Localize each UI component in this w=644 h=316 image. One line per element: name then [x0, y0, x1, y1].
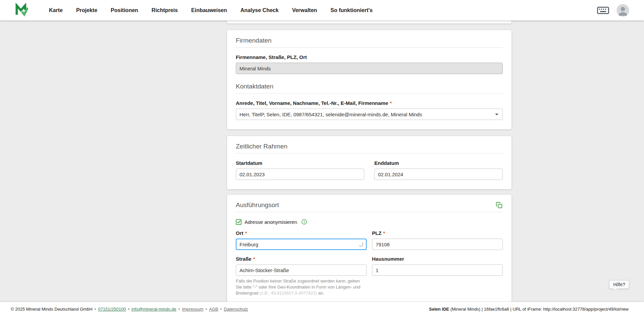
contact-field-label: Anrede, Titel, Vorname, Nachname, Tel.-N…: [236, 100, 503, 106]
nav-item-projekte[interactable]: Projekte: [71, 5, 103, 16]
keyboard-icon[interactable]: [597, 6, 609, 14]
separator: •: [95, 307, 96, 312]
divider: [236, 153, 503, 153]
separator: •: [128, 307, 129, 312]
ort-label-text: Ort: [236, 230, 244, 236]
timeframe-card: Zeitlicher Rahmen Startdatum Enddatum: [227, 136, 512, 189]
required-marker: *: [383, 230, 385, 236]
helper-example: (z.B.: 48.8115607,9.4077422): [260, 291, 317, 296]
ort-field: Ort*: [236, 230, 367, 250]
divider: [236, 93, 503, 93]
form-column: Firmendaten Firmenname, Straße, PLZ, Ort…: [227, 20, 512, 316]
nav-item-so-funktionierts[interactable]: So funktioniert's: [325, 5, 378, 16]
anonymize-label[interactable]: Adresse anonymisieren: [245, 219, 297, 225]
separator: •: [220, 307, 222, 312]
startdatum-field: Startdatum: [236, 160, 364, 180]
help-bubble-tail: [613, 287, 617, 291]
ort-input-wrap: [236, 239, 367, 250]
enddatum-input[interactable]: [374, 169, 503, 180]
nav-item-karte[interactable]: Karte: [44, 5, 68, 16]
divider: [236, 212, 503, 212]
required-marker: *: [245, 230, 247, 236]
location-card-head: Ausführungsort: [236, 201, 503, 209]
separator: •: [178, 307, 180, 312]
strasse-input[interactable]: [236, 264, 367, 276]
loading-spinner-icon: [358, 242, 363, 247]
footer-left: © 2025 Mineral Minds Deutschland GmbH • …: [11, 307, 248, 312]
strasse-field: Straße* Falls die Position keiner Straße…: [236, 256, 367, 296]
ide-name-text: Selen IDE: [429, 307, 449, 312]
company-card-title: Firmendaten: [236, 37, 503, 44]
contact-select-wrap: Herr, TitelP, Selen, IDE, 0987/654321, s…: [236, 109, 503, 120]
ort-label: Ort*: [236, 230, 367, 236]
contact-select[interactable]: Herr, TitelP, Selen, IDE, 0987/654321, s…: [236, 109, 503, 120]
ort-plz-row: Ort* PLZ*: [236, 230, 503, 250]
anonymize-row: Adresse anonymisieren: [236, 219, 503, 225]
contact-field-label-text: Anrede, Titel, Vorname, Nachname, Tel.-N…: [236, 100, 388, 106]
app-root: Karte Projekte Positionen Richtpreis Ein…: [0, 0, 644, 20]
nav-item-einbauweisen[interactable]: Einbauweisen: [186, 5, 232, 16]
nav-item-positionen[interactable]: Positionen: [105, 5, 144, 16]
email-link[interactable]: info@mineral-minds.de: [131, 307, 176, 312]
required-marker: *: [253, 256, 255, 262]
required-marker: *: [390, 100, 392, 106]
location-card-title: Ausführungsort: [236, 201, 279, 209]
top-navbar: Karte Projekte Positionen Richtpreis Ein…: [0, 0, 644, 20]
strasse-label: Straße*: [236, 256, 367, 262]
footer: © 2025 Mineral Minds Deutschland GmbH • …: [0, 302, 644, 316]
user-avatar[interactable]: [616, 4, 629, 17]
strasse-hausnummer-row: Straße* Falls die Position keiner Straße…: [236, 256, 503, 296]
hausnummer-input[interactable]: [372, 264, 503, 276]
divider: [236, 47, 503, 48]
contact-section-title: Kontaktdaten: [236, 83, 503, 90]
timeframe-card-title: Zeitlicher Rahmen: [236, 143, 503, 150]
plz-field: PLZ*: [372, 230, 503, 250]
nav-item-verwalten[interactable]: Verwalten: [287, 5, 323, 16]
enddatum-field: Enddatum: [374, 160, 503, 180]
copy-icon[interactable]: [495, 201, 503, 209]
iframe-url-text: (Mineral Minds) | 16fae1ffc6a6 | URL of …: [449, 307, 629, 312]
strasse-helper-text: Falls die Position keiner Straße zugeord…: [236, 278, 367, 296]
ort-input[interactable]: [236, 239, 367, 250]
company-name-input: [236, 63, 503, 74]
impressum-link[interactable]: Impressum: [182, 307, 203, 312]
copyright-text: © 2025 Mineral Minds Deutschland GmbH: [11, 307, 93, 312]
info-icon[interactable]: [301, 219, 307, 225]
separator: •: [206, 307, 207, 312]
company-field-label: Firmenname, Straße, PLZ, Ort: [236, 54, 503, 60]
nav-item-analyse-check[interactable]: Analyse Check: [235, 5, 284, 16]
location-card: Ausführungsort Adresse anonymisieren: [227, 195, 512, 306]
timeframe-row: Startdatum Enddatum: [236, 160, 503, 180]
strasse-label-text: Straße: [236, 256, 252, 262]
help-button[interactable]: Hilfe?: [609, 280, 629, 289]
navbar-right: [597, 4, 629, 17]
agb-link[interactable]: AGB: [209, 307, 218, 312]
company-card: Firmendaten Firmenname, Straße, PLZ, Ort…: [227, 30, 512, 129]
nav-item-richtpreis[interactable]: Richtpreis: [146, 5, 183, 16]
footer-right: Selen IDE (Mineral Minds) | 16fae1ffc6a6…: [429, 307, 629, 312]
brand-logo[interactable]: [15, 3, 28, 18]
plz-label-text: PLZ: [372, 230, 381, 236]
plz-label: PLZ*: [372, 230, 503, 236]
main-nav: Karte Projekte Positionen Richtpreis Ein…: [44, 5, 378, 16]
enddatum-label: Enddatum: [374, 160, 503, 166]
anonymize-checkbox[interactable]: [236, 219, 241, 225]
company-field-label-text: Firmenname, Straße, PLZ, Ort: [236, 54, 307, 60]
hausnummer-field: Hausnummer: [372, 256, 503, 296]
hausnummer-label: Hausnummer: [372, 256, 503, 262]
phone-link[interactable]: 07151/250100: [98, 307, 126, 312]
mineral-minds-logo-icon: [15, 3, 28, 18]
datenschutz-link[interactable]: Datenschutz: [224, 307, 248, 312]
helper-text-after: an.: [317, 291, 324, 296]
startdatum-input[interactable]: [236, 169, 364, 180]
card-partial-top: [227, 20, 512, 23]
startdatum-label: Startdatum: [236, 160, 364, 166]
plz-input[interactable]: [372, 239, 503, 250]
